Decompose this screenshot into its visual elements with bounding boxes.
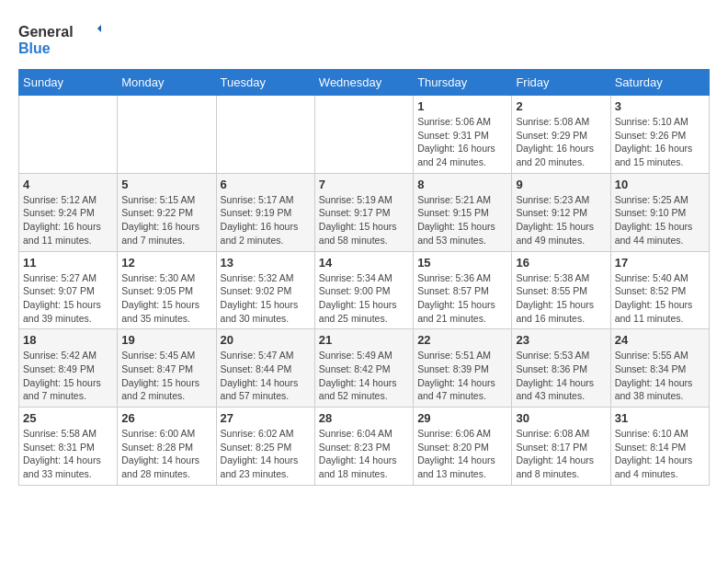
cell-w5-d1: 25Sunrise: 5:58 AMSunset: 8:31 PMDayligh… [19,408,118,486]
day-info: Sunrise: 5:36 AMSunset: 8:57 PMDaylight:… [417,271,507,326]
cell-w2-d3: 6Sunrise: 5:17 AMSunset: 9:19 PMDaylight… [216,173,314,251]
cell-w2-d5: 8Sunrise: 5:21 AMSunset: 9:15 PMDaylight… [414,173,512,251]
day-info: Sunrise: 6:04 AMSunset: 8:23 PMDaylight:… [319,427,409,481]
day-info: Sunrise: 5:21 AMSunset: 9:15 PMDaylight:… [417,193,507,247]
cell-w1-d4 [314,96,413,174]
day-number: 9 [516,178,606,191]
day-info: Sunrise: 5:40 AMSunset: 8:52 PMDaylight:… [615,271,705,326]
cell-w1-d2 [118,96,216,174]
day-number: 10 [615,178,705,191]
day-info: Sunrise: 5:53 AMSunset: 8:36 PMDaylight:… [516,349,606,403]
day-number: 16 [516,256,606,270]
cell-w3-d6: 16Sunrise: 5:38 AMSunset: 8:55 PMDayligh… [512,251,610,329]
header-thursday: Thursday [414,70,512,96]
cell-w3-d7: 17Sunrise: 5:40 AMSunset: 8:52 PMDayligh… [610,251,709,329]
cell-w5-d4: 28Sunrise: 6:04 AMSunset: 8:23 PMDayligh… [314,408,413,486]
day-info: Sunrise: 5:38 AMSunset: 8:55 PMDaylight:… [516,271,606,326]
cell-w4-d3: 20Sunrise: 5:47 AMSunset: 8:44 PMDayligh… [216,329,314,408]
logo-svg: General Blue [18,18,101,60]
day-info: Sunrise: 6:02 AMSunset: 8:25 PMDaylight:… [221,427,311,481]
svg-text:General: General [18,24,74,40]
header-sunday: Sunday [19,70,118,96]
day-number: 22 [417,333,507,347]
day-info: Sunrise: 5:23 AMSunset: 9:12 PMDaylight:… [516,193,606,247]
cell-w2-d7: 10Sunrise: 5:25 AMSunset: 9:10 PMDayligh… [610,173,709,251]
cell-w2-d4: 7Sunrise: 5:19 AMSunset: 9:17 PMDaylight… [314,173,413,251]
day-number: 30 [516,411,606,425]
day-info: Sunrise: 5:10 AMSunset: 9:26 PMDaylight:… [615,115,705,169]
day-number: 14 [319,256,409,270]
day-number: 3 [615,99,705,113]
cell-w4-d1: 18Sunrise: 5:42 AMSunset: 8:49 PMDayligh… [19,329,118,408]
day-info: Sunrise: 5:27 AMSunset: 9:07 PMDaylight:… [23,271,113,326]
day-info: Sunrise: 5:58 AMSunset: 8:31 PMDaylight:… [23,427,113,481]
cell-w1-d5: 1Sunrise: 5:06 AMSunset: 9:31 PMDaylight… [414,96,512,174]
day-number: 15 [417,256,507,270]
day-info: Sunrise: 5:42 AMSunset: 8:49 PMDaylight:… [23,349,113,403]
cell-w2-d6: 9Sunrise: 5:23 AMSunset: 9:12 PMDaylight… [512,173,610,251]
day-info: Sunrise: 5:47 AMSunset: 8:44 PMDaylight:… [221,349,311,403]
cell-w2-d2: 5Sunrise: 5:15 AMSunset: 9:22 PMDaylight… [118,173,216,251]
day-number: 24 [615,333,705,347]
day-info: Sunrise: 6:00 AMSunset: 8:28 PMDaylight:… [121,427,211,481]
day-info: Sunrise: 5:17 AMSunset: 9:19 PMDaylight:… [221,193,311,247]
week-row-1: 1Sunrise: 5:06 AMSunset: 9:31 PMDaylight… [19,96,710,174]
cell-w5-d7: 31Sunrise: 6:10 AMSunset: 8:14 PMDayligh… [610,408,709,486]
day-info: Sunrise: 5:08 AMSunset: 9:29 PMDaylight:… [516,115,606,169]
header-wednesday: Wednesday [314,70,413,96]
cell-w2-d1: 4Sunrise: 5:12 AMSunset: 9:24 PMDaylight… [19,173,118,251]
day-info: Sunrise: 5:19 AMSunset: 9:17 PMDaylight:… [319,193,409,247]
cell-w3-d1: 11Sunrise: 5:27 AMSunset: 9:07 PMDayligh… [19,251,118,329]
day-info: Sunrise: 5:51 AMSunset: 8:39 PMDaylight:… [417,349,507,403]
day-number: 25 [23,411,113,425]
cell-w1-d6: 2Sunrise: 5:08 AMSunset: 9:29 PMDaylight… [512,96,610,174]
day-info: Sunrise: 5:55 AMSunset: 8:34 PMDaylight:… [615,349,705,403]
day-info: Sunrise: 6:06 AMSunset: 8:20 PMDaylight:… [417,427,507,481]
day-info: Sunrise: 5:12 AMSunset: 9:24 PMDaylight:… [23,193,113,247]
cell-w1-d3 [216,96,314,174]
cell-w5-d3: 27Sunrise: 6:02 AMSunset: 8:25 PMDayligh… [216,408,314,486]
day-number: 5 [121,178,211,191]
cell-w1-d1 [19,96,118,174]
cell-w4-d5: 22Sunrise: 5:51 AMSunset: 8:39 PMDayligh… [414,329,512,408]
header-tuesday: Tuesday [216,70,314,96]
week-row-3: 11Sunrise: 5:27 AMSunset: 9:07 PMDayligh… [19,251,710,329]
day-number: 31 [615,411,705,425]
day-info: Sunrise: 5:15 AMSunset: 9:22 PMDaylight:… [121,193,211,247]
page-header: General Blue [18,18,710,60]
day-number: 20 [221,333,311,347]
day-info: Sunrise: 5:25 AMSunset: 9:10 PMDaylight:… [615,193,705,247]
week-row-2: 4Sunrise: 5:12 AMSunset: 9:24 PMDaylight… [19,173,710,251]
svg-marker-3 [97,23,101,34]
cell-w5-d5: 29Sunrise: 6:06 AMSunset: 8:20 PMDayligh… [414,408,512,486]
week-row-5: 25Sunrise: 5:58 AMSunset: 8:31 PMDayligh… [19,408,710,486]
day-number: 27 [221,411,311,425]
day-info: Sunrise: 5:30 AMSunset: 9:05 PMDaylight:… [121,271,211,326]
header-monday: Monday [118,70,216,96]
day-number: 6 [221,178,311,191]
day-number: 12 [121,256,211,270]
svg-text:Blue: Blue [18,40,51,56]
day-number: 23 [516,333,606,347]
day-info: Sunrise: 5:34 AMSunset: 9:00 PMDaylight:… [319,271,409,326]
day-number: 18 [23,333,113,347]
day-info: Sunrise: 6:10 AMSunset: 8:14 PMDaylight:… [615,427,705,481]
week-row-4: 18Sunrise: 5:42 AMSunset: 8:49 PMDayligh… [19,329,710,408]
day-info: Sunrise: 5:06 AMSunset: 9:31 PMDaylight:… [417,115,507,169]
day-info: Sunrise: 5:49 AMSunset: 8:42 PMDaylight:… [319,349,409,403]
cell-w3-d4: 14Sunrise: 5:34 AMSunset: 9:00 PMDayligh… [314,251,413,329]
header-friday: Friday [512,70,610,96]
day-number: 8 [417,178,507,191]
day-number: 28 [319,411,409,425]
day-number: 2 [516,99,606,113]
calendar-header-row: SundayMondayTuesdayWednesdayThursdayFrid… [19,70,710,96]
day-number: 1 [417,99,507,113]
calendar-table: SundayMondayTuesdayWednesdayThursdayFrid… [18,69,710,486]
day-number: 17 [615,256,705,270]
header-saturday: Saturday [610,70,709,96]
cell-w3-d2: 12Sunrise: 5:30 AMSunset: 9:05 PMDayligh… [118,251,216,329]
cell-w1-d7: 3Sunrise: 5:10 AMSunset: 9:26 PMDaylight… [610,96,709,174]
day-info: Sunrise: 6:08 AMSunset: 8:17 PMDaylight:… [516,427,606,481]
day-info: Sunrise: 5:45 AMSunset: 8:47 PMDaylight:… [121,349,211,403]
day-number: 11 [23,256,113,270]
